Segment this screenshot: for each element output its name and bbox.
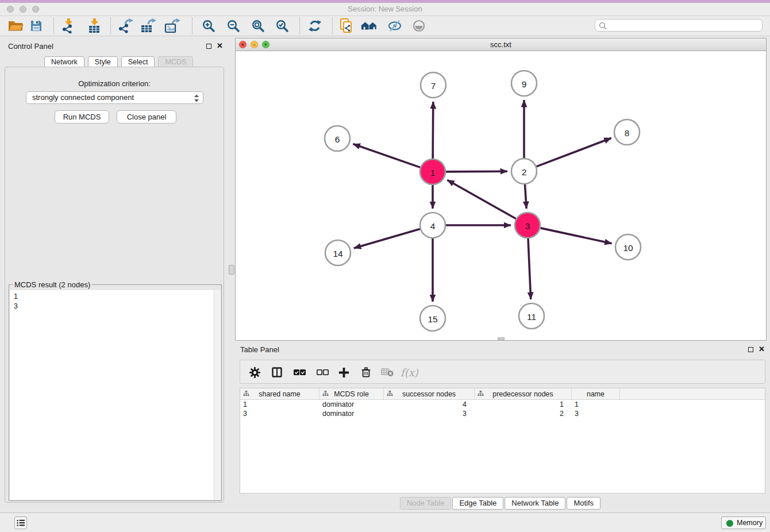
main-titlebar: Session: New Session [0,3,770,16]
empty-boxes-icon [317,368,329,376]
gear-icon [249,367,260,378]
graph-edge[interactable] [446,171,507,172]
clone-network-button[interactable] [338,18,355,33]
export-table-button[interactable] [140,18,157,33]
export-image-button[interactable] [164,18,181,33]
search-field[interactable] [595,19,763,32]
delete-column-button[interactable] [361,366,371,379]
mcds-result-area[interactable]: 1 3 [10,290,214,500]
table-row[interactable]: 1 dominator 4 1 1 [240,400,765,409]
cell-predecessor-nodes: 2 [475,410,572,418]
tab-edge-table[interactable]: Edge Table [452,497,503,510]
import-network-icon [61,18,76,33]
toolbar-separator [299,18,300,34]
add-column-button[interactable] [338,366,349,379]
search-input[interactable] [609,20,761,32]
optimization-dropdown[interactable]: strongly connected component [26,91,203,104]
result-scrollbar[interactable] [214,290,221,500]
network-window-titlebar[interactable]: × − + scc.txt [236,38,766,51]
deselect-all-button[interactable] [317,366,329,379]
close-panel-icon[interactable]: ✕ [217,43,223,49]
table-close-icon[interactable]: ✕ [759,346,765,353]
column-header-successor-nodes[interactable]: successor nodes [384,388,475,399]
session-title: Session: New Session [0,3,770,16]
task-history-button[interactable] [14,516,27,529]
show-eye-button[interactable] [410,18,428,33]
home-views-button[interactable] [361,18,378,33]
home-views-icon [361,19,378,33]
zoom-fit-icon [251,19,265,33]
cell-name: 3 [572,410,620,418]
graph-edge[interactable] [528,238,531,299]
close-panel-button[interactable]: Close panel [117,110,176,124]
graph-node-label: 15 [428,314,437,324]
clone-network-icon [340,18,353,33]
control-panel: Control Panel ✕ Network Style Select MCD… [0,38,230,510]
graph-edge[interactable] [354,229,420,248]
mcds-result-text: 1 3 [14,292,214,311]
horizontal-splitter-handle[interactable] [498,337,505,340]
vertical-splitter-handle[interactable] [229,265,234,275]
node-table[interactable]: shared name MCDS role successor nodes pr… [240,388,765,494]
trash-icon [361,367,371,378]
tab-motifs[interactable]: Motifs [567,497,600,510]
zoom-selected-button[interactable] [274,18,291,33]
mcds-result-title: MCDS result (2 nodes) [13,280,92,289]
graph-edge[interactable] [433,102,433,159]
graph-edge[interactable] [537,138,611,167]
column-header-mcds-role[interactable]: MCDS role [319,388,384,399]
zoom-in-icon [202,19,215,33]
table-toolbar: f(x) [240,360,765,384]
memory-button[interactable]: Memory [721,516,766,529]
column-header-filler [620,388,765,399]
column-header-predecessor-nodes[interactable]: predecessor nodes [475,388,572,399]
sort-icon [387,391,393,397]
graph-svg[interactable]: 7968124314101511 [236,51,766,341]
export-image-icon [164,18,180,33]
table-float-icon[interactable] [748,347,753,352]
graph-node-label: 1 [430,168,436,178]
table-settings-button[interactable] [249,366,260,379]
zoom-in-button[interactable] [200,18,217,33]
import-network-button[interactable] [60,18,77,33]
hide-glasses-button[interactable] [386,18,403,33]
function-builder-button[interactable]: f(x) [401,366,418,379]
graph-edge[interactable] [525,184,526,209]
network-title: scc.txt [236,38,766,51]
refresh-view-button[interactable] [306,18,324,33]
mcds-result-group: MCDS result (2 nodes) 1 3 [9,284,222,501]
save-session-button[interactable] [28,18,45,33]
float-panel-icon[interactable] [206,44,211,49]
import-table-icon [87,18,102,33]
run-mcds-button[interactable]: Run MCDS [55,110,109,124]
graph-edge[interactable] [447,180,516,218]
cell-successor-nodes: 3 [384,410,475,418]
delete-table-icon [381,368,394,377]
network-canvas[interactable]: 7968124314101511 [236,51,766,340]
delete-table-button[interactable] [381,366,394,379]
export-network-button[interactable] [117,18,134,33]
column-header-name[interactable]: name [572,388,620,399]
graph-edge[interactable] [353,144,420,168]
zoom-out-button[interactable] [225,18,242,33]
zoom-out-icon [226,19,240,33]
tab-network-table[interactable]: Network Table [505,497,565,510]
graph-edge[interactable] [540,228,611,244]
open-session-button[interactable] [7,18,24,33]
split-columns-button[interactable] [272,366,282,379]
plus-icon [338,367,349,378]
memory-status-icon [726,520,733,527]
import-table-button[interactable] [86,18,103,33]
refresh-icon [307,19,322,33]
sort-icon [322,391,329,397]
select-all-button[interactable] [294,366,306,379]
column-header-shared-name[interactable]: shared name [240,388,319,399]
column-label: predecessor nodes [492,390,553,398]
zoom-fit-button[interactable] [249,18,267,33]
table-tabs: Node Table Edge Table Network Table Moti… [235,497,767,510]
column-label: name [587,390,605,398]
tab-node-table[interactable]: Node Table [400,497,452,510]
graph-node-label: 7 [431,81,436,91]
checked-boxes-icon [294,368,306,376]
table-row[interactable]: 3 dominator 3 2 3 [240,409,765,418]
